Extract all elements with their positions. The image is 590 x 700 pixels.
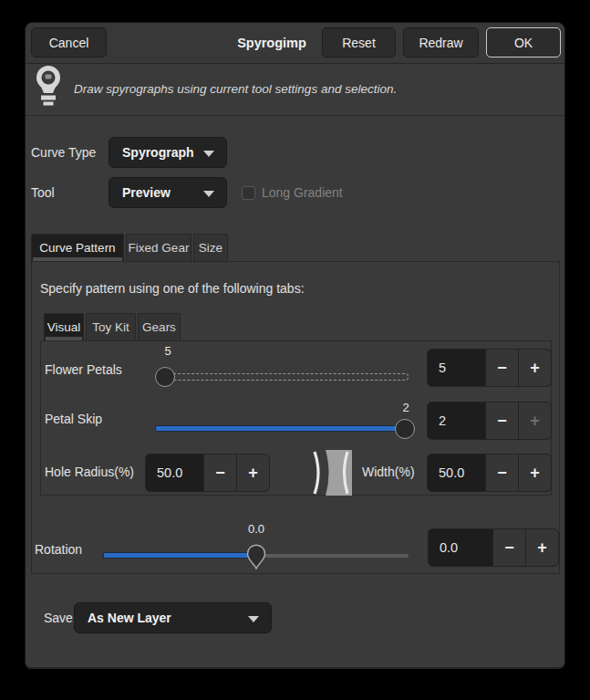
petal-skip-label: Petal Skip: [45, 403, 102, 434]
rotation-label: Rotation: [35, 534, 82, 565]
tab-fixed-gear[interactable]: Fixed Gear: [126, 234, 191, 261]
chevron-down-icon: [203, 191, 214, 197]
curve-type-dropdown[interactable]: Spyrograph: [109, 137, 227, 168]
flower-petals-decrement-button[interactable]: −: [485, 350, 518, 386]
chevron-down-icon: [248, 616, 259, 622]
flower-petals-entry[interactable]: 5: [428, 350, 485, 386]
long-gradient-label: Long Gradient: [262, 177, 343, 208]
title-bar: Cancel Spyrogimp Reset Redraw OK: [26, 23, 564, 64]
rotation-entry[interactable]: 0.0: [429, 529, 492, 566]
petal-skip-slider-handle[interactable]: [395, 419, 415, 439]
petal-skip-spinner: 2 − +: [427, 402, 552, 440]
hole-radius-increment-button[interactable]: +: [236, 454, 269, 491]
rotation-spinner: 0.0 − +: [428, 528, 559, 567]
tool-value: Preview: [122, 185, 171, 200]
dialog-description: Draw spyrographs using current tool sett…: [74, 63, 397, 115]
save-dropdown[interactable]: As New Layer: [74, 602, 272, 633]
ok-button[interactable]: OK: [486, 27, 561, 57]
flower-petals-label: Flower Petals: [45, 354, 122, 385]
petal-skip-slider[interactable]: [156, 426, 409, 431]
ring-section-icon: [306, 450, 352, 499]
flower-petals-value-bubble: 5: [150, 344, 186, 359]
cancel-button[interactable]: Cancel: [31, 27, 107, 57]
description-row: Draw spyrographs using current tool sett…: [26, 63, 564, 116]
ring-width-decrement-button[interactable]: −: [485, 454, 518, 491]
inner-tab-bar: Visual Toy Kit Gears: [44, 313, 181, 340]
tab-visual[interactable]: Visual: [44, 313, 84, 340]
petal-skip-increment-button: +: [518, 402, 551, 439]
chevron-down-icon: [203, 151, 214, 157]
petal-skip-value-bubble: 2: [388, 401, 424, 415]
lightbulb-icon: [34, 65, 63, 110]
tool-dropdown[interactable]: Preview: [109, 177, 227, 208]
curve-type-label: Curve Type: [31, 137, 96, 168]
petal-skip-decrement-button[interactable]: −: [485, 402, 518, 439]
rotation-slider-fill: [104, 553, 256, 558]
rotation-value-bubble: 0.0: [238, 522, 274, 537]
ring-width-increment-button[interactable]: +: [518, 454, 551, 491]
hole-radius-entry[interactable]: 50.0: [146, 454, 203, 491]
hole-radius-label: Hole Radius(%): [45, 456, 134, 487]
reset-button[interactable]: Reset: [322, 27, 396, 57]
rotation-increment-button[interactable]: +: [525, 529, 558, 566]
save-value: As New Layer: [88, 611, 171, 625]
dialog-title: Spyrogimp: [203, 23, 340, 63]
specify-pattern-text: Specify pattern using one of the followi…: [40, 275, 305, 302]
ring-width-spinner: 50.0 − +: [427, 454, 552, 492]
flower-petals-slider-handle[interactable]: [155, 367, 175, 387]
tab-curve-pattern[interactable]: Curve Pattern: [31, 234, 124, 261]
long-gradient-checkbox[interactable]: [242, 186, 255, 200]
petal-skip-entry[interactable]: 2: [428, 402, 485, 439]
flower-petals-slider[interactable]: [156, 373, 409, 381]
spyrogimp-dialog: Cancel Spyrogimp Reset Redraw OK Draw sp…: [25, 22, 565, 669]
redraw-button[interactable]: Redraw: [403, 27, 479, 57]
flower-petals-increment-button[interactable]: +: [518, 350, 551, 386]
tab-size[interactable]: Size: [193, 234, 228, 261]
tab-gears[interactable]: Gears: [138, 313, 181, 340]
rotation-slider-handle[interactable]: [246, 544, 266, 573]
curve-type-value: Spyrograph: [122, 145, 194, 160]
tab-toy-kit[interactable]: Toy Kit: [86, 313, 136, 340]
outer-tab-bar: Curve Pattern Fixed Gear Size: [31, 234, 228, 261]
save-label: Save: [44, 602, 73, 633]
hole-radius-decrement-button[interactable]: −: [203, 454, 236, 491]
ring-width-entry[interactable]: 50.0: [428, 454, 485, 491]
hole-radius-spinner: 50.0 − +: [145, 454, 270, 492]
rotation-decrement-button[interactable]: −: [492, 529, 525, 566]
tool-label: Tool: [31, 177, 55, 208]
flower-petals-spinner: 5 − +: [427, 349, 552, 387]
ring-width-label: Width(%): [362, 456, 415, 487]
